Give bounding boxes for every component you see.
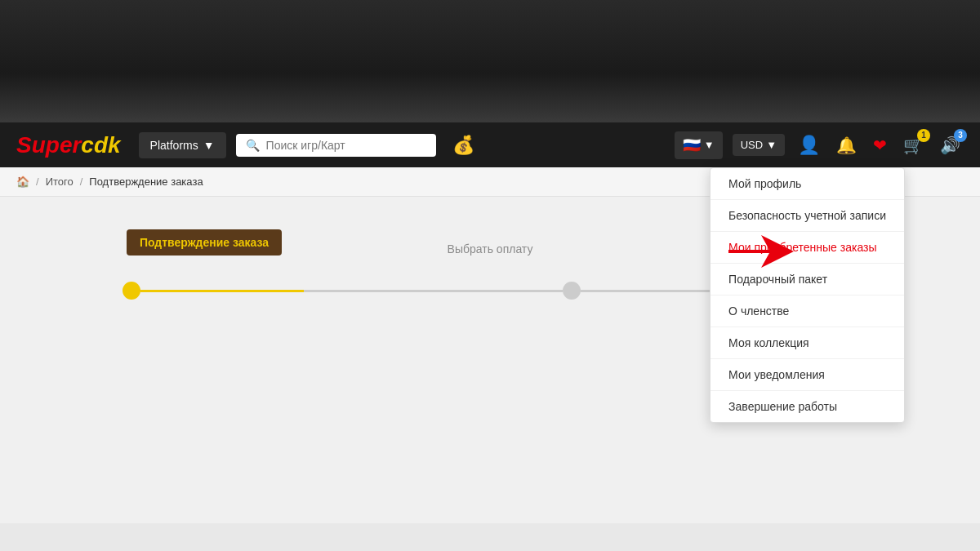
speaker-icon-button[interactable]: 🔊 3: [937, 132, 964, 158]
heart-icon-button[interactable]: ❤: [870, 132, 890, 158]
step-line-1: [304, 290, 563, 292]
dropdown-item-notifications[interactable]: Мои уведомления: [710, 359, 904, 391]
dropdown-item-profile[interactable]: Мой профиль: [710, 168, 904, 200]
search-input[interactable]: [266, 139, 426, 152]
logo-cdk: cdk: [81, 132, 120, 158]
step2-label: Выбрать оплату: [448, 242, 533, 256]
search-icon: 🔍: [246, 139, 260, 152]
svg-marker-0: [728, 235, 794, 268]
step1-label: Подтверждение заказа: [127, 229, 282, 256]
flag-chevron: ▼: [704, 139, 715, 151]
bell-icon: 🔔: [836, 136, 857, 154]
logo-super: Super: [16, 132, 81, 158]
speaker-badge: 3: [954, 129, 967, 142]
user-dropdown-menu: Мой профиль Безопасность учетной записи …: [710, 167, 905, 423]
search-box: 🔍: [236, 134, 436, 157]
breadcrumb-sep2: /: [80, 176, 83, 188]
cart-badge: 1: [917, 129, 930, 142]
user-icon: 👤: [798, 135, 820, 155]
step2-label-container: Выбрать оплату: [408, 242, 572, 265]
currency-label: USD: [741, 139, 763, 151]
flag-icon: 🇷🇺: [683, 136, 701, 154]
money-icon[interactable]: 💰: [452, 135, 474, 156]
step-line-active: [140, 290, 304, 292]
platforms-label: Platforms: [150, 139, 198, 152]
dropdown-item-membership[interactable]: О членстве: [710, 295, 904, 327]
arrow-indicator: [728, 235, 794, 271]
step1-label-container: Подтверждение заказа: [122, 229, 286, 265]
bell-icon-button[interactable]: 🔔: [833, 132, 860, 158]
step1-dot: [122, 282, 140, 300]
dropdown-item-collection[interactable]: Моя коллекция: [710, 327, 904, 359]
dropdown-item-security[interactable]: Безопасность учетной записи: [710, 200, 904, 232]
country-selector[interactable]: 🇷🇺 ▼: [675, 131, 723, 159]
platforms-chevron: ▼: [203, 139, 215, 152]
heart-icon: ❤: [873, 136, 887, 154]
step2-dot: [563, 282, 581, 300]
breadcrumb-home-icon[interactable]: 🏠: [16, 176, 29, 188]
top-background: [0, 0, 980, 122]
currency-chevron: ▼: [766, 139, 777, 151]
platforms-button[interactable]: Platforms ▼: [139, 132, 226, 158]
breadcrumb-current: Подтверждение заказа: [89, 176, 203, 188]
navbar: Supercdk Platforms ▼ 🔍 💰 🇷🇺 ▼ USD ▼ 👤 🔔 …: [0, 122, 980, 167]
breadcrumb-sep1: /: [36, 176, 39, 188]
breadcrumb-link-итого[interactable]: Итого: [46, 176, 74, 188]
cart-icon-button[interactable]: 🛒 1: [900, 132, 927, 158]
user-icon-button[interactable]: 👤: [795, 131, 823, 159]
dropdown-item-logout[interactable]: Завершение работы: [710, 391, 904, 422]
currency-selector[interactable]: USD ▼: [733, 134, 785, 156]
logo[interactable]: Supercdk: [16, 132, 121, 158]
